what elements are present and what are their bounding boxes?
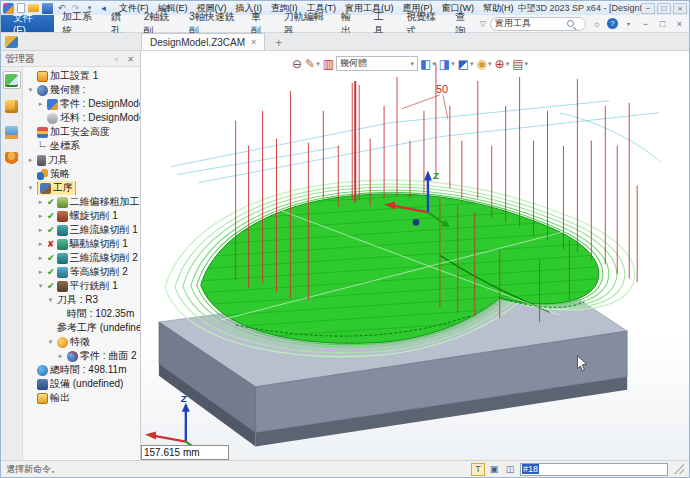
expander-icon[interactable]: ▾	[26, 86, 35, 94]
chevron-down-icon[interactable]: ▾	[316, 60, 320, 68]
surface-icon	[67, 351, 78, 362]
tree-item[interactable]: 參考工序 (undefined)	[23, 321, 140, 335]
tree-item[interactable]: ▸✘驅動線切削 1	[23, 237, 140, 251]
document-tab-close-icon[interactable]: ×	[251, 37, 256, 47]
tree-item[interactable]: 加工設置 1	[23, 69, 140, 83]
status-command-input[interactable]: #18	[520, 463, 668, 476]
tree-item[interactable]: ▸✔螺旋切削 1	[23, 209, 140, 223]
new-document-tab-button[interactable]: +	[265, 36, 292, 50]
save-icon[interactable]	[42, 3, 53, 14]
manager-close-icon[interactable]: ✕	[125, 53, 136, 64]
ribbon-tab-1[interactable]: 鑽孔	[103, 15, 136, 32]
expander-icon[interactable]: ▸	[36, 212, 45, 220]
text-mode-icon[interactable]: T	[471, 463, 485, 476]
target-icon[interactable]: ⊕▾	[494, 57, 511, 71]
visualize-icon[interactable]	[3, 123, 21, 141]
command-search-input[interactable]	[495, 19, 567, 29]
minimize-button[interactable]: −	[641, 3, 655, 14]
doc-restore-button[interactable]: □	[656, 17, 669, 30]
section-icon[interactable]: ▤▾	[511, 57, 529, 71]
expander-icon[interactable]: ▸	[36, 254, 45, 262]
tree-item[interactable]: 策略	[23, 167, 140, 181]
qat-collapse-icon[interactable]: ◂	[98, 3, 109, 14]
paint-icon[interactable]: ✎▾	[304, 57, 321, 71]
tree-item[interactable]: 加工安全高度	[23, 125, 140, 139]
exit-icon[interactable]: ⊖	[291, 57, 303, 71]
tree-item[interactable]: 坐標系	[23, 139, 140, 153]
ribbon-tab-3[interactable]: 3軸快速銑削	[181, 15, 243, 32]
expander-icon[interactable]: ▸	[36, 100, 45, 108]
expander-icon[interactable]: ▸	[36, 240, 45, 248]
tree-item[interactable]: 設備 (undefined)	[23, 377, 140, 391]
solid-icon[interactable]	[3, 97, 21, 115]
tree-item[interactable]: 時間 : 102.35m	[23, 307, 140, 321]
tree-item[interactable]: ▾特徵	[23, 335, 140, 349]
expander-icon[interactable]: ▾	[36, 282, 45, 290]
tree-item[interactable]: ▸✔二維偏移粗加工 1	[23, 195, 140, 209]
tree-item[interactable]: ▸✔等高線切削 2	[23, 265, 140, 279]
ribbon-tab-5[interactable]: 刀軌編輯器	[276, 15, 333, 32]
chevron-down-icon[interactable]: ▾	[432, 60, 436, 68]
expander-icon[interactable]: ▾	[46, 338, 55, 346]
display-icon[interactable]: ▣	[487, 463, 501, 476]
histogram-icon[interactable]: ▥	[322, 57, 335, 71]
tree-item[interactable]: 總時間 : 498.11m	[23, 363, 140, 377]
workspace-icon[interactable]	[5, 36, 18, 48]
manager-dock-icon[interactable]: ▫	[111, 53, 122, 64]
close-button[interactable]: ×	[673, 3, 687, 14]
command-search-box[interactable]	[490, 17, 586, 31]
chevron-down-icon[interactable]: ▾	[451, 60, 455, 68]
chevron-down-icon[interactable]: ▾	[488, 60, 492, 68]
tree-item[interactable]: ▾工序	[23, 181, 140, 195]
ribbon-tab-9[interactable]: 查詢	[447, 15, 480, 32]
tree-item[interactable]: ▾幾何體 :	[23, 83, 140, 97]
solid-cube-icon[interactable]: ◩▾	[457, 57, 475, 71]
split-icon[interactable]: ◫	[503, 463, 517, 476]
tree-item[interactable]: ▸✔三維流線切削 1	[23, 223, 140, 237]
tree-item-content: 設備 (undefined)	[37, 377, 123, 391]
expander-icon[interactable]: ▸	[36, 226, 45, 234]
appearance-icon[interactable]: ◉▾	[476, 57, 493, 71]
document-tab-active[interactable]: DesignModel.Z3CAM ×	[141, 33, 265, 50]
doc-close-button[interactable]: ×	[673, 17, 686, 30]
tree-item[interactable]: ▸✔三維流線切削 2	[23, 251, 140, 265]
tree-item[interactable]: ▸刀具	[23, 153, 140, 167]
assembly-icon[interactable]	[3, 149, 21, 167]
wireframe-cube-icon[interactable]: ◨▾	[438, 57, 456, 71]
cam-manager-icon[interactable]	[3, 71, 21, 89]
ribbon-tab-8[interactable]: 視覺樣式	[398, 15, 447, 32]
tree-item[interactable]: ▸零件 : DesignModel (1) < D	[23, 97, 140, 111]
ribbon-tab-7[interactable]: 工具	[366, 15, 399, 32]
ribbon-tab-2[interactable]: 2軸銑削	[136, 15, 181, 32]
tree-item[interactable]: ▾刀具 : R3	[23, 293, 140, 307]
settings-gear-icon[interactable]: ☼	[590, 17, 603, 30]
ribbon-tab-0[interactable]: 加工系統	[54, 15, 103, 32]
tree-item[interactable]: 輸出	[23, 391, 140, 405]
tree-item[interactable]: ▾✔平行銑削 1	[23, 279, 140, 293]
view-geometry-select[interactable]: 幾何體▾	[336, 56, 418, 71]
doc-minimize-button[interactable]: −	[639, 17, 652, 30]
tab-file[interactable]: 文件(F)	[1, 15, 54, 32]
ribbon-collapse-icon[interactable]: ▽	[480, 19, 486, 28]
expander-icon[interactable]: ▸	[36, 198, 45, 206]
ribbon-tab-6[interactable]: 輸出	[333, 15, 366, 32]
tree-item[interactable]: ▸零件 : 曲面 2	[23, 349, 140, 363]
chevron-down-icon[interactable]: ▾	[524, 60, 528, 68]
help-dropdown-icon[interactable]: ▾	[622, 17, 635, 30]
resize-grip-icon[interactable]	[674, 464, 684, 474]
expander-icon[interactable]: ▾	[26, 184, 35, 192]
viewport-canvas[interactable]: 50 Z	[141, 51, 689, 460]
expander-icon[interactable]: ▸	[36, 268, 45, 276]
expander-icon[interactable]: ▸	[26, 156, 35, 164]
chevron-down-icon[interactable]: ▾	[470, 60, 474, 68]
menu-item-9[interactable]: 幫助(H)	[479, 1, 518, 16]
chevron-down-icon[interactable]: ▾	[506, 60, 510, 68]
help-icon[interactable]: ?	[607, 18, 618, 29]
viewport[interactable]: ⊖✎▾▥幾何體▾◧▾◨▾◩▾◉▾⊕▾▤▾	[141, 51, 689, 460]
tree-item[interactable]: 坯料 : DesignModel_坯料.	[23, 111, 140, 125]
shaded-cube-icon[interactable]: ◧▾	[419, 57, 437, 71]
expander-icon[interactable]: ▾	[46, 296, 55, 304]
expander-icon[interactable]: ▸	[56, 352, 65, 360]
ribbon-tab-4[interactable]: 車削	[243, 15, 276, 32]
maximize-button[interactable]: □	[657, 3, 671, 14]
